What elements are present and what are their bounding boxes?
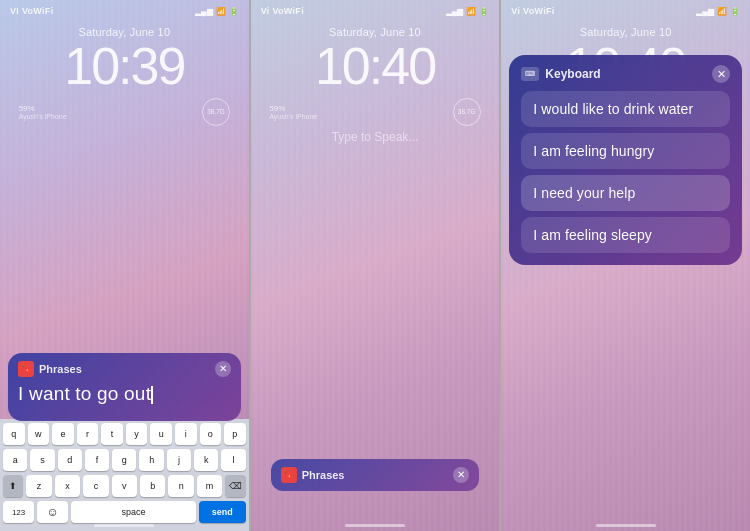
home-indicator-2 [345, 524, 405, 527]
status-bar-3: Vi VoWiFi ▂▄▆ 📶 🔋 [501, 0, 750, 18]
phrases-collapsed-2[interactable]: 🔖 Phrases ✕ [271, 459, 480, 491]
status-icons-3: ▂▄▆ 📶 🔋 [696, 7, 740, 16]
kb-k[interactable]: k [194, 449, 218, 471]
phrases-title-row-1: 🔖 Phrases [18, 361, 82, 377]
device-name-2: Ayush's iPhone [269, 113, 317, 120]
battery-widget-2: 59% Ayush's iPhone [269, 104, 317, 120]
kb-row-2: a s d f g h j k l [3, 449, 246, 471]
phrases-close-2[interactable]: ✕ [453, 467, 469, 483]
keyboard-icon: ⌨ [525, 70, 535, 78]
signal-icon-2: ▂▄▆ [446, 7, 464, 16]
battery-pct-2: 59% [269, 104, 285, 113]
kb-x[interactable]: x [55, 475, 80, 497]
kb-c[interactable]: c [83, 475, 108, 497]
phrases-input-1[interactable]: I want to go out [18, 383, 231, 409]
kb-g[interactable]: g [112, 449, 136, 471]
kb-delete[interactable]: ⌫ [225, 475, 245, 497]
home-indicator-1 [94, 524, 154, 527]
kb-row-1: q w e r t y u i o p [3, 423, 246, 445]
battery-widget-1: 59% Ayush's iPhone [19, 104, 67, 120]
kb-j[interactable]: j [167, 449, 191, 471]
close-icon-3: ✕ [717, 68, 726, 81]
phrase-item-4[interactable]: I am feeling sleepy [521, 217, 730, 253]
kb-i[interactable]: i [175, 423, 197, 445]
phrases-label-2: Phrases [302, 469, 345, 481]
kb-f[interactable]: f [85, 449, 109, 471]
kb-n[interactable]: n [168, 475, 193, 497]
kb-emoji[interactable]: ☺ [37, 501, 68, 523]
kb-v[interactable]: v [112, 475, 137, 497]
kb-row-4: 123 ☺ space send [3, 501, 246, 523]
kb-e[interactable]: e [52, 423, 74, 445]
close-icon-1: ✕ [219, 364, 227, 374]
kb-shift[interactable]: ⬆ [3, 475, 23, 497]
kb-m[interactable]: m [197, 475, 222, 497]
lock-time-2: 10:40 [315, 40, 435, 92]
text-cursor [151, 386, 153, 404]
close-icon-2: ✕ [457, 470, 465, 480]
signal-icon: ▂▄▆ [195, 7, 213, 16]
phrases-close-1[interactable]: ✕ [215, 361, 231, 377]
status-icons-2: ▂▄▆ 📶 🔋 [446, 7, 490, 16]
phrases-icon-2: 🔖 [281, 467, 297, 483]
kb-p[interactable]: p [224, 423, 246, 445]
kb-l[interactable]: l [221, 449, 245, 471]
keyboard-area-1: q w e r t y u i o p a s d f g h j k l ⬆ … [0, 419, 249, 531]
phrase-item-2[interactable]: I am feeling hungry [521, 133, 730, 169]
carrier-1: VI VoWiFi [10, 6, 53, 16]
phrases-widget-1: 🔖 Phrases ✕ I want to go out [8, 353, 241, 421]
lock-screen-top-1: Saturday, June 10 10:39 [0, 26, 249, 92]
kb-d[interactable]: d [58, 449, 82, 471]
kb-u[interactable]: u [150, 423, 172, 445]
phrases-label-1: Phrases [39, 363, 82, 375]
wifi-icon-2: 📶 [466, 7, 476, 16]
battery-icon-2: 🔋 [479, 7, 489, 16]
panel-2: Vi VoWiFi ▂▄▆ 📶 🔋 Saturday, June 10 10:4… [249, 0, 500, 531]
phrases-header-1: 🔖 Phrases ✕ [18, 361, 231, 377]
status-icons-1: ▂▄▆ 📶 🔋 [195, 7, 239, 16]
phrase-item-1[interactable]: I would like to drink water [521, 91, 730, 127]
kb-space[interactable]: space [71, 501, 196, 523]
kb-y[interactable]: y [126, 423, 148, 445]
kb-t[interactable]: t [101, 423, 123, 445]
carrier-2: Vi VoWiFi [261, 6, 304, 16]
widgets-row-2: 59% Ayush's iPhone 38.7G [269, 98, 480, 126]
kb-o[interactable]: o [200, 423, 222, 445]
bookmark-icon: 🔖 [21, 364, 32, 374]
phrases-collapsed-left: 🔖 Phrases [281, 467, 345, 483]
lock-time-1: 10:39 [64, 40, 184, 92]
circle-widget-2: 38.7G [453, 98, 481, 126]
status-bar-2: Vi VoWiFi ▂▄▆ 📶 🔋 [251, 0, 500, 18]
battery-pct-1: 59% [19, 104, 35, 113]
panel-1: VI VoWiFi ▂▄▆ 📶 🔋 Saturday, June 10 10:3… [0, 0, 249, 531]
kb-h[interactable]: h [139, 449, 163, 471]
status-bar-1: VI VoWiFi ▂▄▆ 📶 🔋 [0, 0, 249, 18]
battery-icon: 🔋 [229, 7, 239, 16]
kb-a[interactable]: a [3, 449, 27, 471]
circle-widget-1: 38.7G [202, 98, 230, 126]
circle-label-2: 38.7G [458, 109, 476, 116]
home-indicator-3 [596, 524, 656, 527]
kb-r[interactable]: r [77, 423, 99, 445]
bookmark-icon-2: 🔖 [283, 470, 294, 480]
wifi-icon: 📶 [216, 7, 226, 16]
panel-3: Vi VoWiFi ▂▄▆ 📶 🔋 Saturday, June 10 10:4… [499, 0, 750, 531]
kb-num[interactable]: 123 [3, 501, 34, 523]
keyboard-widget-icon: ⌨ [521, 67, 539, 81]
keyboard-widget-header: ⌨ Keyboard ✕ [521, 65, 730, 83]
keyboard-widget-3: ⌨ Keyboard ✕ I would like to drink water… [509, 55, 742, 265]
kb-s[interactable]: s [30, 449, 54, 471]
device-name-1: Ayush's iPhone [19, 113, 67, 120]
send-button[interactable]: send [199, 501, 246, 523]
phrase-item-3[interactable]: I need your help [521, 175, 730, 211]
kb-w[interactable]: w [28, 423, 50, 445]
circle-label-1: 38.7G [207, 109, 225, 116]
keyboard-widget-close[interactable]: ✕ [712, 65, 730, 83]
kb-z[interactable]: z [26, 475, 51, 497]
kb-b[interactable]: b [140, 475, 165, 497]
keyboard-widget-label: Keyboard [545, 67, 600, 81]
phrases-icon-1: 🔖 [18, 361, 34, 377]
wifi-icon-3: 📶 [717, 7, 727, 16]
kb-q[interactable]: q [3, 423, 25, 445]
phrases-placeholder-2: Type to Speak... [322, 130, 429, 144]
